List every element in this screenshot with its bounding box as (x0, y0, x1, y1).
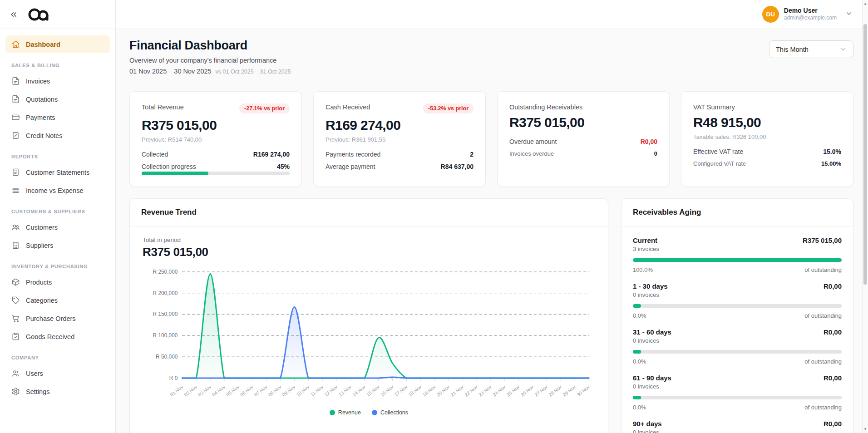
scrollbar-thumb[interactable] (863, 24, 867, 285)
sidebar-item-label: Payments (26, 114, 55, 121)
svg-text:R 50,000: R 50,000 (156, 354, 178, 360)
legend-label: Revenue (338, 409, 361, 416)
sidebar-item-quotations[interactable]: Quotations (5, 90, 110, 108)
kpi-value: R375 015,00 (142, 118, 290, 133)
collection-progress-bar (142, 172, 290, 175)
svg-text:02 Nov: 02 Nov (183, 384, 198, 397)
kpi-card-cash-received: Cash Received-53.2% vs prior R169 274,00… (313, 91, 486, 187)
page-scrollbar: ▲ ▼ (862, 0, 868, 433)
file-lines-icon (11, 168, 20, 177)
kpi-row-value: 15.00% (821, 160, 841, 167)
period-range: 01 Nov 2025 – 30 Nov 2025vs 01 Oct 2025 … (129, 68, 291, 75)
kpi-change-badge: -27.1% vs prior (239, 103, 290, 113)
sidebar-item-label: Settings (26, 388, 49, 395)
legend-dot (330, 410, 335, 415)
sidebar-item-suppliers[interactable]: Suppliers (5, 236, 110, 254)
sidebar-item-categories[interactable]: Categories (5, 291, 110, 309)
svg-text:12 Nov: 12 Nov (323, 384, 338, 397)
svg-text:20 Nov: 20 Nov (436, 384, 451, 397)
kpi-card-total-revenue: Total Revenue-27.1% vs prior R375 015,00… (129, 91, 302, 187)
revenue-trend-chart: R 0R 50,000R 100,000R 150,000R 200,000R … (143, 265, 595, 408)
kpi-value: R48 915,00 (693, 115, 841, 130)
kpi-value: R375 015,00 (509, 115, 657, 130)
sidebar-item-payments[interactable]: Payments (5, 108, 110, 126)
credit-card-icon (11, 113, 20, 122)
sidebar-item-invoices[interactable]: Invoices (5, 72, 110, 90)
sidebar-item-label: Suppliers (26, 242, 53, 249)
svg-text:11 Nov: 11 Nov (310, 384, 325, 397)
aging-percent: 0.0% (633, 404, 646, 411)
kpi-label: VAT Summary (693, 103, 735, 111)
svg-text:09 Nov: 09 Nov (281, 384, 296, 397)
legend-item-collections[interactable]: Collections (372, 409, 408, 416)
aging-of-label: of outstanding (804, 312, 842, 319)
period-select[interactable]: This Month (769, 40, 853, 58)
sidebar-section-sales-billing: SALES & BILLING (11, 63, 104, 68)
kpi-previous: Previous: R361 901,55 (326, 136, 473, 143)
aging-row-61-90-days: 61 - 90 days R0,00 0 invoices 0.0% of ou… (633, 374, 842, 411)
avatar: DU (762, 6, 779, 23)
sidebar-item-customer-statements[interactable]: Customer Statements (5, 163, 110, 181)
kpi-row-label: Invoices overdue (509, 150, 554, 157)
users-group-icon (11, 223, 20, 231)
aging-of-label: of outstanding (804, 266, 842, 273)
kpi-row-collected: Collected R169 274,00 (142, 151, 290, 158)
sidebar-item-goods-received[interactable]: Goods Received (5, 328, 110, 345)
svg-text:R 200,000: R 200,000 (153, 290, 178, 296)
kpi-row-overdue-amount: Overdue amount R0,00 (509, 138, 657, 145)
svg-text:13 Nov: 13 Nov (337, 384, 352, 397)
svg-text:10 Nov: 10 Nov (296, 384, 311, 397)
svg-text:16 Nov: 16 Nov (380, 384, 395, 397)
credit-note-icon (11, 131, 20, 140)
sidebar-item-label: Users (26, 370, 43, 377)
svg-text:R 100,000: R 100,000 (153, 332, 178, 339)
sidebar-item-label: Goods Received (26, 333, 74, 340)
sidebar-item-label: Purchase Orders (26, 315, 76, 322)
kpi-row-value: R84 637,00 (441, 163, 473, 170)
svg-text:27 Nov: 27 Nov (534, 384, 549, 397)
aging-progress-bar (633, 396, 842, 399)
sidebar-item-label: Credit Notes (26, 132, 63, 139)
svg-text:04 Nov: 04 Nov (211, 384, 226, 397)
user-menu[interactable]: DU Demo User admin@example.com (762, 6, 853, 23)
kpi-row-payments-recorded: Payments recorded 2 (326, 151, 473, 158)
sidebar-collapse-button[interactable] (8, 9, 19, 20)
legend-item-revenue[interactable]: Revenue (330, 409, 361, 416)
sidebar-item-dashboard[interactable]: Dashboard (5, 35, 110, 53)
sidebar-section-reports: REPORTS (11, 154, 104, 159)
svg-text:R 0: R 0 (169, 375, 178, 381)
sidebar-item-credit-notes[interactable]: Credit Notes (5, 127, 110, 144)
aging-bucket-amount: R0,00 (824, 328, 842, 336)
sidebar-item-label: Customers (26, 224, 58, 231)
aging-bucket-label: 90+ days (633, 420, 662, 428)
revenue-trend-title: Revenue Trend (130, 199, 608, 226)
sidebar-item-income-vs-expense[interactable]: Income vs Expense (5, 182, 110, 199)
kpi-row-label: Average payment (326, 163, 375, 170)
aging-row-90-days: 90+ days R0,00 0 invoices 0.0% of outsta… (633, 420, 842, 433)
sidebar-item-customers[interactable]: Customers (5, 218, 110, 236)
scrollbar-down-arrow[interactable]: ▼ (863, 427, 868, 431)
sidebar-section-inventory-purchasing: INVENTORY & PURCHASING (11, 264, 104, 269)
kpi-label: Total Revenue (142, 103, 184, 111)
receivables-aging-list: Current R375 015,00 3 invoices 100.0% of… (621, 226, 853, 433)
receivables-aging-panel: Receivables Aging Current R375 015,00 3 … (621, 198, 853, 433)
charts-row: Revenue Trend Total in period R375 015,0… (129, 198, 853, 433)
scrollbar-up-arrow[interactable]: ▲ (863, 2, 868, 6)
aging-invoice-count: 0 invoices (633, 429, 842, 433)
svg-text:28 Nov: 28 Nov (548, 384, 563, 397)
sidebar-item-purchase-orders[interactable]: Purchase Orders (5, 310, 110, 327)
sidebar-item-settings[interactable]: Settings (5, 383, 110, 400)
sidebar-item-products[interactable]: Products (5, 273, 110, 291)
kpi-row-label: Overdue amount (509, 138, 557, 145)
kpi-label: Outstanding Receivables (509, 103, 582, 111)
aging-row-current: Current R375 015,00 3 invoices 100.0% of… (633, 236, 842, 273)
sidebar-item-users[interactable]: Users (5, 364, 110, 382)
home-icon (11, 40, 20, 49)
svg-text:22 Nov: 22 Nov (464, 384, 478, 397)
svg-text:26 Nov: 26 Nov (520, 384, 535, 397)
svg-text:R 150,000: R 150,000 (153, 311, 178, 317)
kpi-row-value: R0,00 (641, 138, 657, 145)
svg-text:21 Nov: 21 Nov (450, 384, 465, 397)
topbar: DU Demo User admin@example.com (116, 0, 868, 29)
users-icon (11, 369, 20, 378)
